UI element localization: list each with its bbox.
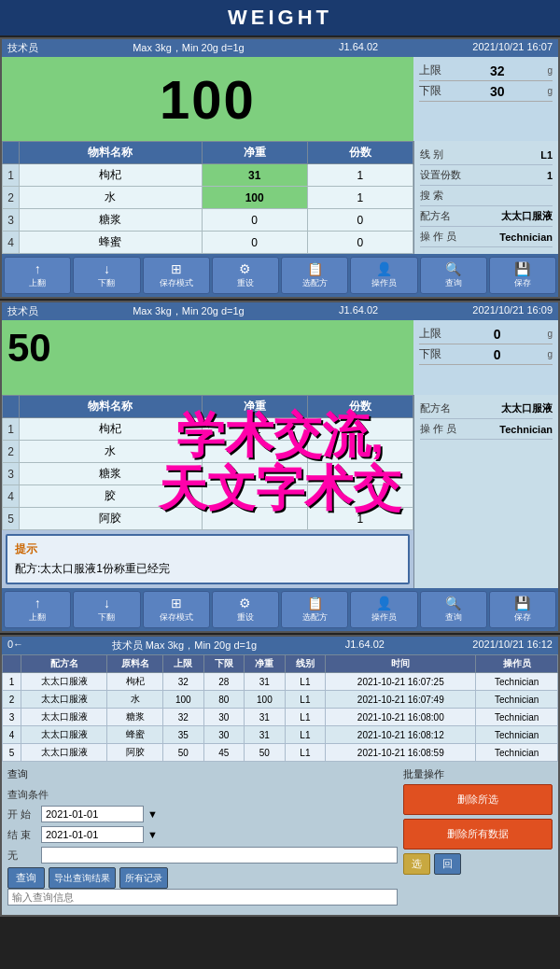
start-row: 开 始 ▼ xyxy=(7,806,398,822)
weight-area-2: 50 xyxy=(2,320,413,395)
table-row: 32 xyxy=(162,673,203,691)
table-row: 太太口服液 xyxy=(21,691,107,709)
table-row: 4 xyxy=(3,232,20,254)
operator-value: Technician xyxy=(456,232,553,243)
side-info-1: 线 别 L1 设置份数 1 搜 索 配方名 太太口服液 操 作 员 Techni… xyxy=(413,141,558,254)
query-section: 查询 查询条件 开 始 ▼ 结 束 ▼ 无 查询 导出查询结果 xyxy=(2,762,558,915)
toolbar-btn-label: 下翻 xyxy=(98,277,115,289)
limit-panel-2: 上限 0 g 下限 0 g xyxy=(413,320,558,395)
table-row: 31 xyxy=(245,709,286,726)
select-button[interactable]: 选 xyxy=(403,853,430,875)
query-button[interactable]: 查询 xyxy=(7,867,45,889)
table-row: 2 xyxy=(3,187,20,209)
search-info-input[interactable] xyxy=(7,889,398,906)
table-row xyxy=(202,441,307,463)
table-row: 太太口服液 xyxy=(21,709,107,726)
datetime-2: 2021/10/21 16:09 xyxy=(472,304,553,318)
toolbar-btn[interactable]: 📋选配方 xyxy=(281,591,348,628)
end-date-input[interactable] xyxy=(41,826,144,843)
operator-row-2: 操 作 员 Technician xyxy=(420,419,553,440)
col-name-1: 物料名称 xyxy=(20,142,203,164)
toolbar-btn-label: 下翻 xyxy=(98,611,115,624)
col-header-3: 下限 xyxy=(203,655,245,673)
table-row: 2021-10-21 16:08:00 xyxy=(326,709,476,726)
table-row: 阿胶 xyxy=(20,508,203,530)
toolbar-btn[interactable]: 🔍查询 xyxy=(420,257,487,294)
panel-2: 技术员 Max 3kg，Min 20g d=1g J1.64.02 2021/1… xyxy=(0,301,560,633)
filter-input[interactable] xyxy=(41,847,398,864)
operator-row: 操 作 员 Technician xyxy=(420,227,553,247)
lower-limit-value-2: 0 xyxy=(494,347,501,362)
search-label: 搜 索 xyxy=(420,189,443,203)
toolbar-btn[interactable]: ⊞保存模式 xyxy=(143,257,210,294)
table-row: 3 xyxy=(3,463,20,485)
table-row: 5 xyxy=(3,508,20,530)
table-row: 水 xyxy=(20,441,203,463)
col-name-2: 物料名称 xyxy=(20,396,203,418)
toolbar-btn[interactable]: 💾保存 xyxy=(489,257,556,294)
col-count-1: 份数 xyxy=(307,142,413,164)
toolbar-btn[interactable]: ↑上翻 xyxy=(4,257,71,294)
toolbar-btn[interactable]: ↓下翻 xyxy=(73,591,140,628)
delete-selected-button[interactable]: 删除所选 xyxy=(403,784,553,815)
toolbar-btn[interactable]: 💾保存 xyxy=(489,591,556,628)
popup-dialog: 提示 配方:太太口服液1份称重已经完 xyxy=(6,534,410,584)
toolbar-icon: 💾 xyxy=(514,596,530,611)
toolbar-icon: ⚙ xyxy=(239,596,251,611)
upper-limit-value: 32 xyxy=(490,63,505,78)
toolbar-btn[interactable]: ⚙重设 xyxy=(212,591,279,628)
all-records-button[interactable]: 所有记录 xyxy=(119,867,168,889)
datetime-3: 2021/10/21 16:12 xyxy=(472,639,553,653)
table-row: 1 太太口服液 枸杞 32 28 31 L1 2021-10-21 16:07:… xyxy=(3,673,558,691)
table-row: 1 xyxy=(307,187,413,209)
toolbar-btn[interactable]: 🔍查询 xyxy=(420,591,487,628)
toolbar-btn[interactable]: ↑上翻 xyxy=(4,591,71,628)
toolbar-btn[interactable]: ⊞保存模式 xyxy=(143,591,210,628)
table-row xyxy=(202,463,307,485)
portion-value: 1 xyxy=(461,170,553,181)
end-dropdown-icon[interactable]: ▼ xyxy=(147,829,158,840)
recipe-value-2: 太太口服液 xyxy=(451,401,553,415)
start-date-input[interactable] xyxy=(41,806,144,822)
upper-limit-label-2: 上限 xyxy=(419,326,447,342)
query-left: 查询 查询条件 开 始 ▼ 结 束 ▼ 无 查询 导出查询结果 xyxy=(7,767,398,909)
table-row: Technician xyxy=(476,673,558,691)
version-3: J1.64.02 xyxy=(345,639,385,653)
query-right: 批量操作 删除所选 删除所有数据 选 回 xyxy=(403,767,553,875)
toolbar-btn-label: 重设 xyxy=(237,611,254,624)
filter-info-row xyxy=(7,889,398,906)
table-row: 水 xyxy=(107,691,163,709)
operator-label: 操 作 员 xyxy=(420,230,456,244)
table-row: 2 太太口服液 水 100 80 100 L1 2021-10-21 16:07… xyxy=(3,691,558,709)
table-row: 1 xyxy=(3,418,20,441)
col-header-3: 操作员 xyxy=(476,655,558,673)
toolbar-btn[interactable]: 👤操作员 xyxy=(350,591,417,628)
table-row: L1 xyxy=(285,673,326,691)
back-button[interactable]: 回 xyxy=(434,853,461,875)
toolbar-btn[interactable]: ⚙重设 xyxy=(212,257,279,294)
delete-all-button[interactable]: 删除所有数据 xyxy=(403,819,553,850)
toolbar-icon: ⚙ xyxy=(239,261,251,276)
line-label: 线 别 xyxy=(420,147,443,162)
toolbar-btn-label: 重设 xyxy=(237,277,254,289)
toolbar-btn-label: 操作员 xyxy=(371,277,397,289)
table-side-split-2: 物料名称 净重 份数 1 枸杞 31 1 2 水 3 糖浆 4 胶 xyxy=(2,395,558,588)
toolbar-btn[interactable]: 👤操作员 xyxy=(350,257,417,294)
toolbar-icon: ⊞ xyxy=(171,261,182,276)
operator-label-2: 操 作 员 xyxy=(420,422,456,436)
start-dropdown-icon[interactable]: ▼ xyxy=(147,808,158,820)
export-button[interactable]: 导出查询结果 xyxy=(49,867,116,889)
no-label: 无 xyxy=(7,849,37,863)
toolbar-btn[interactable]: ↓下翻 xyxy=(73,257,140,294)
table-side-split-1: 物料名称 净重 份数 1 枸杞 31 1 2 水 100 1 3 糖浆 0 0 … xyxy=(2,141,558,254)
start-label: 开 始 xyxy=(7,808,37,822)
upper-limit-unit-2: g xyxy=(547,329,553,339)
query-btn-row: 查询 导出查询结果 所有记录 xyxy=(7,867,398,889)
panel-3: 0← 技术员 Max 3kg，Min 20g d=1g J1.64.02 202… xyxy=(0,635,560,917)
table-row: 100 xyxy=(202,187,307,209)
toolbar-btn[interactable]: 📋选配方 xyxy=(281,257,348,294)
datetime-1: 2021/10/21 16:07 xyxy=(472,41,553,55)
limit-panel-1: 上限 32 g 下限 30 g xyxy=(413,57,558,141)
toolbar-1: ↑上翻↓下翻⊞保存模式⚙重设📋选配方👤操作员🔍查询💾保存 xyxy=(2,254,558,297)
col-header-3: 线别 xyxy=(285,655,326,673)
